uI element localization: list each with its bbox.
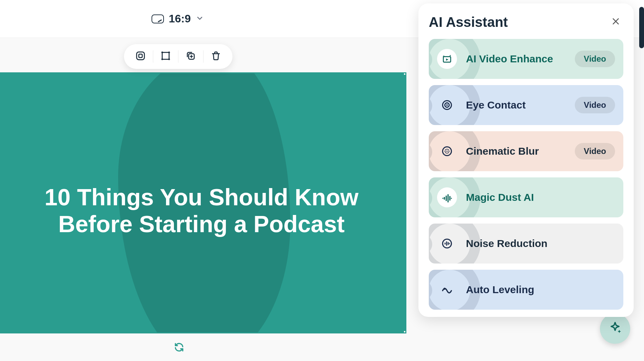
svg-rect-22 (444, 197, 445, 200)
svg-rect-31 (448, 242, 449, 245)
resize-handle-br[interactable] (403, 330, 406, 333)
sync-icon (174, 342, 185, 354)
ai-item-label: Magic Dust AI (466, 192, 615, 203)
toolbar-divider (203, 50, 204, 63)
svg-point-14 (445, 151, 446, 152)
canvas-title-text[interactable]: 10 Things You Should Know Before Startin… (25, 184, 378, 237)
ai-item-auto-leveling[interactable]: Auto Leveling (429, 270, 623, 310)
ai-item-badge: Video (575, 97, 615, 113)
enhance-icon (437, 49, 457, 69)
svg-point-5 (162, 59, 163, 60)
duplicate-button[interactable] (181, 47, 200, 66)
main-canvas-area: 10 Things You Should Know Before Startin… (0, 38, 644, 361)
ai-item-label: Eye Contact (466, 99, 575, 111)
floating-toolbar (124, 44, 232, 69)
ai-item-label: Noise Reduction (466, 238, 615, 249)
svg-rect-32 (449, 243, 450, 244)
blur-icon (437, 141, 457, 161)
svg-point-26 (442, 198, 443, 199)
ai-panel-header: AI Assistant (429, 14, 623, 30)
svg-rect-24 (447, 194, 448, 203)
svg-point-6 (168, 59, 170, 60)
svg-point-27 (451, 198, 452, 199)
ai-assistant-fab[interactable] (600, 313, 630, 344)
toolbar-divider (153, 50, 153, 63)
svg-rect-25 (449, 196, 450, 200)
noise-icon (437, 234, 457, 254)
ai-item-noise-reduction[interactable]: Noise Reduction (429, 224, 623, 264)
aspect-ratio-label: 16:9 (169, 12, 191, 25)
svg-point-13 (446, 151, 447, 152)
ai-item-badge: Video (575, 143, 615, 159)
close-icon (611, 17, 620, 28)
level-icon (437, 280, 457, 300)
ai-item-magic-dust[interactable]: Magic Dust AI (429, 177, 623, 217)
svg-rect-0 (137, 52, 145, 60)
trash-icon (211, 51, 221, 62)
ai-item-badge: Video (575, 51, 615, 67)
svg-rect-1 (139, 54, 142, 58)
eye-icon (437, 95, 457, 115)
copy-icon (186, 51, 196, 62)
toolbar-divider (178, 50, 178, 63)
aspect-ratio-selector[interactable]: 16:9 (152, 12, 204, 25)
ai-item-label: Cinematic Blur (466, 145, 575, 157)
svg-point-16 (446, 149, 447, 150)
close-button[interactable] (608, 15, 623, 30)
svg-rect-29 (445, 243, 446, 245)
ai-item-cinematic-blur[interactable]: Cinematic Blur Video (429, 131, 623, 171)
fullscreen-button[interactable] (131, 47, 150, 66)
sync-button[interactable] (172, 341, 186, 355)
svg-point-33 (444, 288, 446, 290)
svg-point-17 (446, 153, 447, 154)
ai-item-label: AI Video Enhance (466, 53, 575, 65)
delete-button[interactable] (206, 47, 226, 66)
svg-point-4 (168, 52, 170, 53)
svg-rect-30 (446, 241, 447, 246)
svg-rect-23 (446, 196, 447, 201)
svg-point-18 (445, 149, 446, 150)
resize-handle-tr[interactable] (403, 72, 406, 75)
sparkle-icon (608, 321, 622, 337)
ai-assistant-panel: AI Assistant AI Video Enhance Video (418, 3, 634, 317)
svg-point-3 (162, 52, 163, 53)
ai-item-label: Auto Leveling (466, 284, 615, 296)
ai-panel-title: AI Assistant (429, 14, 508, 30)
svg-point-19 (448, 149, 449, 150)
svg-point-11 (446, 104, 448, 106)
svg-point-20 (445, 152, 446, 153)
svg-rect-2 (162, 52, 169, 59)
fullscreen-icon (135, 51, 146, 62)
magic-icon (437, 187, 457, 207)
crop-icon (160, 51, 171, 62)
ai-feature-list: AI Video Enhance Video Eye Contact Video… (429, 39, 623, 310)
canvas-frame[interactable]: 10 Things You Should Know Before Startin… (0, 72, 406, 333)
scrollbar-thumb[interactable] (639, 7, 644, 48)
aspect-ratio-icon (152, 14, 164, 23)
ai-item-eye-contact[interactable]: Eye Contact Video (429, 85, 623, 125)
chevron-down-icon (196, 14, 204, 24)
svg-point-21 (448, 152, 449, 153)
ai-item-video-enhance[interactable]: AI Video Enhance Video (429, 39, 623, 79)
svg-point-15 (448, 151, 449, 152)
crop-button[interactable] (156, 47, 175, 66)
